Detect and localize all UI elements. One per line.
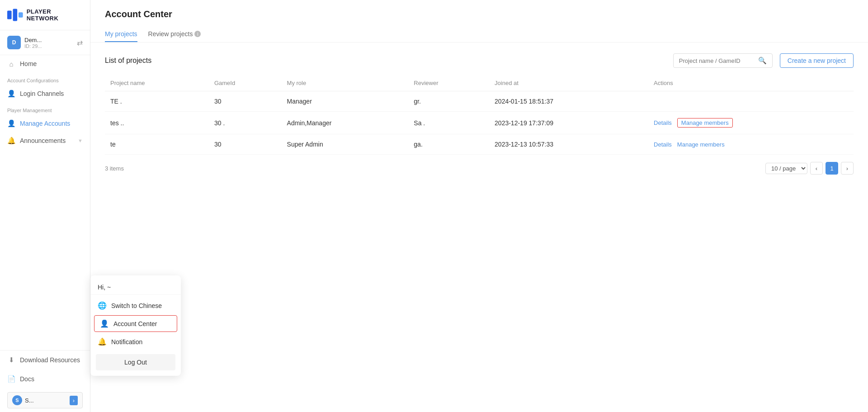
svg-rect-0 xyxy=(7,10,12,19)
sidebar-item-docs-label: Docs xyxy=(20,375,34,383)
cell-2: Manager xyxy=(282,91,409,112)
search-icon: 🔍 xyxy=(758,57,767,65)
manage-members-link[interactable]: Manage members xyxy=(677,141,725,148)
table-row: TE .30Managergr.2024-01-15 18:51:37 xyxy=(105,91,854,112)
switch-account-icon[interactable]: ⇄ xyxy=(77,38,83,47)
page-1-button[interactable]: 1 xyxy=(826,162,838,175)
logo-text: PLAYER NETWORK xyxy=(27,8,83,22)
table-row: tes ..30 .Admin,ManagerSa .2023-12-19 17… xyxy=(105,112,854,134)
details-link[interactable]: Details xyxy=(654,119,672,126)
login-channels-icon: 👤 xyxy=(7,90,15,98)
svg-rect-2 xyxy=(19,12,23,18)
col-reviewer: Reviewer xyxy=(408,75,489,91)
account-center-icon: 👤 xyxy=(100,319,109,328)
cell-4: 2023-12-13 10:57:33 xyxy=(489,134,648,155)
sidebar-user[interactable]: D Dem... ID: 29... ⇄ xyxy=(0,30,90,55)
sidebar-section-player-management: Player Management xyxy=(0,102,90,115)
project-search-input[interactable] xyxy=(679,57,758,64)
items-count: 3 items xyxy=(105,165,124,172)
user-name: Dem... xyxy=(24,37,77,43)
logout-button[interactable]: Log Out xyxy=(96,354,175,370)
sidebar-search[interactable]: S › xyxy=(7,392,83,408)
sidebar-item-announcements[interactable]: 🔔 Announcements ▼ xyxy=(0,132,90,149)
announcements-icon: 🔔 xyxy=(7,137,15,145)
sidebar-item-home-label: Home xyxy=(20,60,37,67)
cell-4: 2023-12-19 17:37:09 xyxy=(489,112,648,134)
tab-review-projects[interactable]: Review projects i xyxy=(148,27,201,42)
cell-0: tes .. xyxy=(105,112,209,134)
chevron-down-icon: ▼ xyxy=(78,138,83,143)
next-page-button[interactable]: › xyxy=(841,162,854,175)
actions-cell: DetailsManage members xyxy=(648,134,854,155)
main-header: Account Center My projects Review projec… xyxy=(90,0,868,43)
cell-3: Sa . xyxy=(408,112,489,134)
sidebar-item-home[interactable]: ⌂ Home xyxy=(0,55,90,72)
main-body: List of projects 🔍 Create a new project … xyxy=(90,43,868,412)
globe-icon: 🌐 xyxy=(98,301,107,310)
manage-members-link[interactable]: Manage members xyxy=(677,118,733,128)
home-icon: ⌂ xyxy=(7,60,15,68)
project-search[interactable]: 🔍 xyxy=(673,53,773,68)
sidebar-item-manage-accounts[interactable]: 👤 Manage Accounts xyxy=(0,115,90,132)
table-header-row: Project name GameId My role Reviewer Joi… xyxy=(105,75,854,91)
review-projects-info-icon: i xyxy=(194,31,201,37)
sidebar-item-login-channels-label: Login Channels xyxy=(20,90,64,97)
col-game-id: GameId xyxy=(209,75,282,91)
sidebar-search-button[interactable]: › xyxy=(70,396,78,405)
notification-icon: 🔔 xyxy=(98,337,107,346)
project-table: Project name GameId My role Reviewer Joi… xyxy=(105,75,854,155)
user-info: Dem... ID: 29... xyxy=(24,37,77,49)
logo-icon xyxy=(7,9,23,21)
manage-accounts-icon: 👤 xyxy=(7,119,15,128)
col-project-name: Project name xyxy=(105,75,209,91)
cell-3: ga. xyxy=(408,134,489,155)
svg-rect-1 xyxy=(13,9,18,21)
sidebar-item-login-channels[interactable]: 👤 Login Channels xyxy=(0,85,90,102)
dropdown-account-center-label: Account Center xyxy=(113,320,157,327)
cell-3: gr. xyxy=(408,91,489,112)
list-title: List of projects xyxy=(105,57,151,65)
col-my-role: My role xyxy=(282,75,409,91)
dropdown-item-account-center[interactable]: 👤 Account Center xyxy=(94,315,177,332)
actions-cell xyxy=(648,91,854,112)
search-user-avatar: S xyxy=(12,395,22,405)
dropdown-greeting: Hi, ~ xyxy=(90,279,181,295)
cell-1: 30 xyxy=(209,91,282,112)
details-link[interactable]: Details xyxy=(654,141,672,148)
sidebar-bottom: ⬇ Download Resources 📄 Docs S › xyxy=(0,350,90,412)
sidebar-item-download-label: Download Resources xyxy=(20,356,80,364)
dropdown-item-switch-language[interactable]: 🌐 Switch to Chinese xyxy=(90,297,181,314)
cell-1: 30 xyxy=(209,134,282,155)
docs-icon: 📄 xyxy=(7,375,15,383)
table-row: te30Super Adminga.2023-12-13 10:57:33Det… xyxy=(105,134,854,155)
cell-1: 30 . xyxy=(209,112,282,134)
sidebar-section-account-config: Account Configurations xyxy=(0,72,90,85)
user-id: ID: 29... xyxy=(24,43,77,49)
cell-2: Admin,Manager xyxy=(282,112,409,134)
tab-my-projects[interactable]: My projects xyxy=(105,27,137,42)
sidebar-logo: PLAYER NETWORK xyxy=(0,0,90,30)
actions-cell: DetailsManage members xyxy=(648,112,854,134)
sidebar-item-manage-accounts-label: Manage Accounts xyxy=(20,120,70,127)
main-tabs: My projects Review projects i xyxy=(105,27,854,42)
avatar: D xyxy=(7,36,21,49)
page-title: Account Center xyxy=(105,9,854,19)
user-dropdown-menu: Hi, ~ 🌐 Switch to Chinese 👤 Account Cent… xyxy=(90,275,181,376)
cell-2: Super Admin xyxy=(282,134,409,155)
table-footer: 3 items 10 / page ‹ 1 › xyxy=(105,162,854,175)
col-joined-at: Joined at xyxy=(489,75,648,91)
dropdown-notification-label: Notification xyxy=(111,338,142,346)
prev-page-button[interactable]: ‹ xyxy=(810,162,823,175)
list-header: List of projects 🔍 Create a new project xyxy=(105,53,854,68)
col-actions: Actions xyxy=(648,75,854,91)
create-new-project-button[interactable]: Create a new project xyxy=(780,53,854,68)
dropdown-item-notification[interactable]: 🔔 Notification xyxy=(90,333,181,350)
main-content: Account Center My projects Review projec… xyxy=(90,0,868,412)
sidebar-search-input[interactable] xyxy=(25,397,67,404)
sidebar-item-download[interactable]: ⬇ Download Resources xyxy=(0,350,90,369)
sidebar-item-docs[interactable]: 📄 Docs xyxy=(0,369,90,388)
download-icon: ⬇ xyxy=(7,356,15,364)
page-size-select[interactable]: 10 / page xyxy=(765,163,807,174)
cell-0: TE . xyxy=(105,91,209,112)
dropdown-switch-language-label: Switch to Chinese xyxy=(111,302,162,309)
